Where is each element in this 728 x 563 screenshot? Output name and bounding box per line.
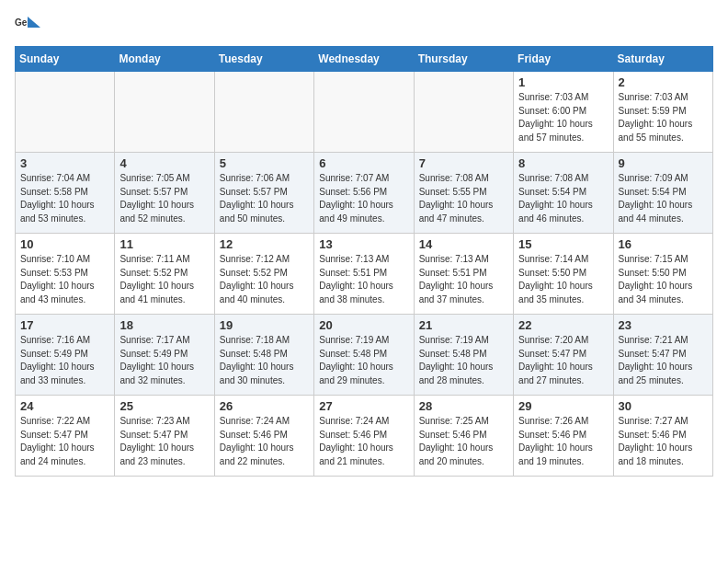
calendar-cell: 19Sunrise: 7:18 AM Sunset: 5:48 PM Dayli… <box>214 315 313 396</box>
svg-marker-1 <box>28 17 40 28</box>
day-number: 24 <box>20 399 109 413</box>
calendar-cell: 2Sunrise: 7:03 AM Sunset: 5:59 PM Daylig… <box>613 72 712 153</box>
day-number: 20 <box>319 318 408 332</box>
calendar-cell: 10Sunrise: 7:10 AM Sunset: 5:53 PM Dayli… <box>16 234 115 315</box>
day-number: 29 <box>518 399 608 413</box>
calendar-cell: 18Sunrise: 7:17 AM Sunset: 5:49 PM Dayli… <box>115 315 214 396</box>
day-number: 12 <box>220 237 309 251</box>
day-number: 1 <box>518 75 608 89</box>
calendar-cell: 1Sunrise: 7:03 AM Sunset: 6:00 PM Daylig… <box>514 72 613 153</box>
calendar-cell: 24Sunrise: 7:22 AM Sunset: 5:47 PM Dayli… <box>16 396 115 477</box>
day-info: Sunrise: 7:18 AM Sunset: 5:48 PM Dayligh… <box>220 334 309 387</box>
day-info: Sunrise: 7:05 AM Sunset: 5:57 PM Dayligh… <box>119 172 209 225</box>
calendar-cell <box>115 72 214 153</box>
calendar-cell: 9Sunrise: 7:09 AM Sunset: 5:54 PM Daylig… <box>613 153 712 234</box>
calendar-cell: 23Sunrise: 7:21 AM Sunset: 5:47 PM Dayli… <box>613 315 712 396</box>
day-info: Sunrise: 7:13 AM Sunset: 5:51 PM Dayligh… <box>419 253 508 306</box>
day-number: 19 <box>220 318 309 332</box>
calendar-cell: 13Sunrise: 7:13 AM Sunset: 5:51 PM Dayli… <box>314 234 414 315</box>
day-number: 21 <box>419 318 508 332</box>
day-number: 4 <box>119 156 209 170</box>
day-info: Sunrise: 7:10 AM Sunset: 5:53 PM Dayligh… <box>20 253 109 306</box>
day-info: Sunrise: 7:26 AM Sunset: 5:46 PM Dayligh… <box>518 415 608 468</box>
day-info: Sunrise: 7:17 AM Sunset: 5:49 PM Dayligh… <box>119 334 209 387</box>
calendar-cell: 5Sunrise: 7:06 AM Sunset: 5:57 PM Daylig… <box>214 153 313 234</box>
day-number: 22 <box>518 318 608 332</box>
day-number: 3 <box>20 156 109 170</box>
day-info: Sunrise: 7:08 AM Sunset: 5:54 PM Dayligh… <box>518 172 608 225</box>
day-info: Sunrise: 7:20 AM Sunset: 5:47 PM Dayligh… <box>518 334 608 387</box>
calendar-table: SundayMondayTuesdayWednesdayThursdayFrid… <box>15 46 713 477</box>
calendar-week-3: 10Sunrise: 7:10 AM Sunset: 5:53 PM Dayli… <box>16 234 713 315</box>
column-header-monday: Monday <box>115 47 214 72</box>
day-number: 16 <box>619 237 708 251</box>
calendar-cell: 7Sunrise: 7:08 AM Sunset: 5:55 PM Daylig… <box>414 153 513 234</box>
day-info: Sunrise: 7:16 AM Sunset: 5:49 PM Dayligh… <box>20 334 109 387</box>
day-number: 28 <box>419 399 508 413</box>
day-info: Sunrise: 7:27 AM Sunset: 5:46 PM Dayligh… <box>619 415 708 468</box>
day-info: Sunrise: 7:11 AM Sunset: 5:52 PM Dayligh… <box>119 253 209 306</box>
logo-icon: Gen <box>15 15 40 35</box>
day-info: Sunrise: 7:09 AM Sunset: 5:54 PM Dayligh… <box>619 172 708 225</box>
day-info: Sunrise: 7:25 AM Sunset: 5:46 PM Dayligh… <box>419 415 508 468</box>
column-header-wednesday: Wednesday <box>314 47 414 72</box>
day-info: Sunrise: 7:13 AM Sunset: 5:51 PM Dayligh… <box>319 253 408 306</box>
day-info: Sunrise: 7:03 AM Sunset: 5:59 PM Dayligh… <box>619 91 708 144</box>
day-number: 8 <box>518 156 608 170</box>
calendar-week-4: 17Sunrise: 7:16 AM Sunset: 5:49 PM Dayli… <box>16 315 713 396</box>
calendar-cell: 26Sunrise: 7:24 AM Sunset: 5:46 PM Dayli… <box>214 396 313 477</box>
day-info: Sunrise: 7:21 AM Sunset: 5:47 PM Dayligh… <box>619 334 708 387</box>
calendar-cell: 27Sunrise: 7:24 AM Sunset: 5:46 PM Dayli… <box>314 396 414 477</box>
day-number: 9 <box>619 156 708 170</box>
day-number: 10 <box>20 237 109 251</box>
day-number: 7 <box>419 156 508 170</box>
calendar-week-1: 1Sunrise: 7:03 AM Sunset: 6:00 PM Daylig… <box>16 72 713 153</box>
calendar-cell: 14Sunrise: 7:13 AM Sunset: 5:51 PM Dayli… <box>414 234 513 315</box>
calendar-week-5: 24Sunrise: 7:22 AM Sunset: 5:47 PM Dayli… <box>16 396 713 477</box>
day-number: 5 <box>220 156 309 170</box>
day-info: Sunrise: 7:15 AM Sunset: 5:50 PM Dayligh… <box>619 253 708 306</box>
calendar-cell: 8Sunrise: 7:08 AM Sunset: 5:54 PM Daylig… <box>514 153 613 234</box>
column-header-saturday: Saturday <box>613 47 712 72</box>
day-number: 27 <box>319 399 408 413</box>
calendar-cell: 17Sunrise: 7:16 AM Sunset: 5:49 PM Dayli… <box>16 315 115 396</box>
calendar-cell: 30Sunrise: 7:27 AM Sunset: 5:46 PM Dayli… <box>613 396 712 477</box>
calendar-cell: 21Sunrise: 7:19 AM Sunset: 5:48 PM Dayli… <box>414 315 513 396</box>
day-info: Sunrise: 7:07 AM Sunset: 5:56 PM Dayligh… <box>319 172 408 225</box>
column-header-sunday: Sunday <box>16 47 115 72</box>
day-info: Sunrise: 7:24 AM Sunset: 5:46 PM Dayligh… <box>319 415 408 468</box>
day-number: 6 <box>319 156 408 170</box>
calendar-cell: 16Sunrise: 7:15 AM Sunset: 5:50 PM Dayli… <box>613 234 712 315</box>
calendar-cell: 29Sunrise: 7:26 AM Sunset: 5:46 PM Dayli… <box>514 396 613 477</box>
logo: Gen <box>15 15 44 35</box>
day-number: 26 <box>220 399 309 413</box>
day-info: Sunrise: 7:23 AM Sunset: 5:47 PM Dayligh… <box>119 415 209 468</box>
day-number: 15 <box>518 237 608 251</box>
day-info: Sunrise: 7:06 AM Sunset: 5:57 PM Dayligh… <box>220 172 309 225</box>
calendar-week-2: 3Sunrise: 7:04 AM Sunset: 5:58 PM Daylig… <box>16 153 713 234</box>
day-number: 23 <box>619 318 708 332</box>
day-number: 18 <box>119 318 209 332</box>
column-header-friday: Friday <box>514 47 613 72</box>
day-info: Sunrise: 7:19 AM Sunset: 5:48 PM Dayligh… <box>319 334 408 387</box>
column-header-thursday: Thursday <box>414 47 513 72</box>
calendar-cell <box>214 72 313 153</box>
calendar-cell: 28Sunrise: 7:25 AM Sunset: 5:46 PM Dayli… <box>414 396 513 477</box>
calendar-cell: 11Sunrise: 7:11 AM Sunset: 5:52 PM Dayli… <box>115 234 214 315</box>
day-info: Sunrise: 7:04 AM Sunset: 5:58 PM Dayligh… <box>20 172 109 225</box>
day-info: Sunrise: 7:03 AM Sunset: 6:00 PM Dayligh… <box>518 91 608 144</box>
calendar-cell: 3Sunrise: 7:04 AM Sunset: 5:58 PM Daylig… <box>16 153 115 234</box>
calendar-cell: 6Sunrise: 7:07 AM Sunset: 5:56 PM Daylig… <box>314 153 414 234</box>
day-number: 25 <box>119 399 209 413</box>
day-number: 14 <box>419 237 508 251</box>
day-number: 13 <box>319 237 408 251</box>
calendar-cell: 20Sunrise: 7:19 AM Sunset: 5:48 PM Dayli… <box>314 315 414 396</box>
day-info: Sunrise: 7:14 AM Sunset: 5:50 PM Dayligh… <box>518 253 608 306</box>
day-info: Sunrise: 7:24 AM Sunset: 5:46 PM Dayligh… <box>220 415 309 468</box>
calendar-cell: 4Sunrise: 7:05 AM Sunset: 5:57 PM Daylig… <box>115 153 214 234</box>
calendar-cell: 15Sunrise: 7:14 AM Sunset: 5:50 PM Dayli… <box>514 234 613 315</box>
day-number: 30 <box>619 399 708 413</box>
day-info: Sunrise: 7:08 AM Sunset: 5:55 PM Dayligh… <box>419 172 508 225</box>
day-number: 11 <box>119 237 209 251</box>
day-info: Sunrise: 7:19 AM Sunset: 5:48 PM Dayligh… <box>419 334 508 387</box>
